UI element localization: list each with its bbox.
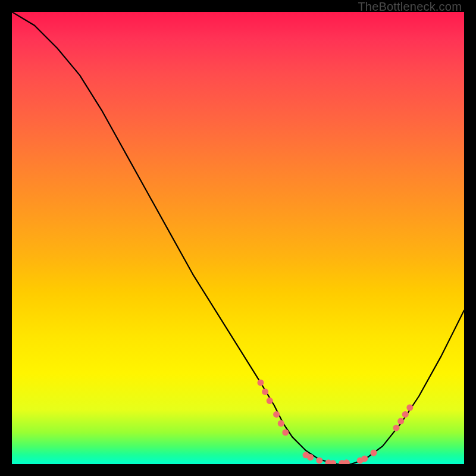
data-marker: [262, 389, 268, 395]
data-marker: [371, 450, 377, 456]
marker-group: [258, 380, 414, 464]
bottleneck-curve: [12, 12, 464, 464]
data-marker: [282, 429, 289, 436]
watermark-text: TheBottleneck.com: [358, 0, 462, 14]
data-marker: [343, 459, 350, 464]
curve-svg: [12, 12, 464, 464]
data-marker: [397, 418, 404, 424]
data-marker: [361, 455, 368, 462]
data-marker: [402, 411, 409, 418]
data-marker: [393, 425, 400, 431]
data-marker: [258, 380, 264, 386]
data-marker: [307, 454, 314, 461]
data-marker: [273, 411, 280, 418]
data-marker: [278, 420, 284, 427]
data-marker: [406, 405, 413, 411]
data-marker: [267, 397, 273, 404]
plot-area: [12, 12, 464, 464]
chart-container: TheBottleneck.com: [0, 0, 476, 476]
data-marker: [316, 457, 322, 464]
